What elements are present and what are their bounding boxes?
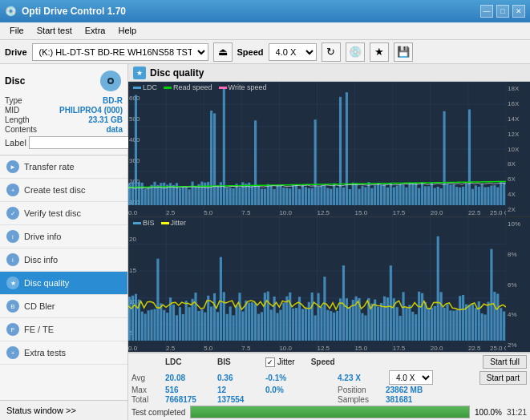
mid-label: MID <box>5 106 19 115</box>
sidebar-item-extra-tests[interactable]: + Extra tests <box>0 341 127 365</box>
star-button[interactable]: ★ <box>370 42 389 62</box>
total-ldc: 7668175 <box>165 395 209 404</box>
menu-extra[interactable]: Extra <box>79 24 112 38</box>
start-part-button[interactable]: Start part <box>479 371 527 385</box>
sidebar-label-verify-test-disc: Verify test disc <box>24 208 81 218</box>
drive-info-icon: i <box>6 230 19 243</box>
total-label: Total <box>131 395 157 404</box>
position-value: 23862 MB <box>386 386 434 394</box>
disc-quality-header-icon: ★ <box>133 67 146 79</box>
disc-quality-header: ★ Disc quality <box>128 64 530 82</box>
type-label: Type <box>5 96 22 105</box>
speed-value: 4.23 X <box>338 374 378 382</box>
menu-bar: File Start test Extra Help <box>0 22 530 40</box>
jitter-checkbox-group[interactable]: ✓ Jitter <box>265 357 295 367</box>
sidebar: Disc Type BD-R MID PHILIPRO4 (000) Leng <box>0 64 128 420</box>
title-bar-controls: — □ ✕ <box>480 5 525 18</box>
disc-quality-title: Disc quality <box>150 67 204 79</box>
menu-file[interactable]: File <box>3 24 30 38</box>
type-value: BD-R <box>103 96 123 105</box>
status-text: Test completed <box>131 408 185 417</box>
avg-bis: 0.36 <box>217 374 257 382</box>
drive-select[interactable]: (K:) HL-DT-ST BD-RE WH16NS58 TST4 <box>32 43 208 61</box>
menu-help[interactable]: Help <box>111 24 143 38</box>
disc-panel: Disc Type BD-R MID PHILIPRO4 (000) Leng <box>0 64 127 155</box>
start-full-button[interactable]: Start full <box>483 355 527 369</box>
main-content: Disc Type BD-R MID PHILIPRO4 (000) Leng <box>0 64 530 420</box>
sidebar-label-fe-te: FE / TE <box>24 325 54 334</box>
max-jitter: 0.0% <box>265 386 330 394</box>
status-window-button[interactable]: Status window >> <box>0 400 127 420</box>
create-test-disc-icon: + <box>6 184 19 196</box>
progress-percent: 100.0% <box>475 408 502 417</box>
legend-bis: BIS <box>133 219 155 227</box>
chart2-canvas <box>128 217 506 352</box>
disc-button[interactable]: 💿 <box>346 42 365 62</box>
max-ldc: 516 <box>165 386 209 394</box>
status-window-label: Status window >> <box>6 406 76 415</box>
progress-time: 31:21 <box>507 408 527 417</box>
sidebar-item-create-test-disc[interactable]: + Create test disc <box>0 179 127 202</box>
legend-jitter: Jitter <box>161 219 187 227</box>
sidebar-label-disc-quality: Disc quality <box>24 278 69 288</box>
sidebar-label-create-test-disc: Create test disc <box>24 185 85 195</box>
speed-select[interactable]: 4.0 X <box>269 43 317 61</box>
chart2-y-axis: 10%8%6%4%2% <box>506 217 530 352</box>
chart2-legend: BIS Jitter <box>133 219 186 227</box>
maximize-button[interactable]: □ <box>496 5 509 18</box>
sidebar-item-verify-test-disc[interactable]: ✓ Verify test disc <box>0 202 127 225</box>
progress-bar-container <box>190 406 470 418</box>
samples-value: 381681 <box>386 395 434 404</box>
fe-te-icon: F <box>6 323 19 336</box>
chart1-y-axis: 18X16X14X12X10X8X6X4X2X <box>506 82 530 216</box>
app-title: Opti Drive Control 1.70 <box>22 6 126 17</box>
sidebar-item-transfer-rate[interactable]: ► Transfer rate <box>0 155 127 179</box>
sidebar-label-drive-info: Drive info <box>24 232 61 241</box>
sidebar-item-fe-te[interactable]: F FE / TE <box>0 318 127 341</box>
col-bis: BIS <box>217 357 257 366</box>
sidebar-item-drive-info[interactable]: i Drive info <box>0 225 127 248</box>
charts-area: LDC Read speed Write speed 18X16X14X12X1… <box>128 82 530 352</box>
save-button[interactable]: 💾 <box>394 42 413 62</box>
close-button[interactable]: ✕ <box>512 5 525 18</box>
eject-button[interactable]: ⏏ <box>213 42 233 62</box>
legend-write-speed: Write speed <box>219 83 267 91</box>
length-label: Length <box>5 115 30 124</box>
max-bis: 12 <box>217 386 257 394</box>
cd-bler-icon: B <box>6 300 19 313</box>
sidebar-label-transfer-rate: Transfer rate <box>24 162 75 172</box>
legend-read-speed: Read speed <box>164 83 212 91</box>
sidebar-item-disc-info[interactable]: i Disc info <box>0 248 127 272</box>
label-input[interactable] <box>29 136 136 149</box>
avg-label: Avg <box>131 374 157 382</box>
disc-quality-icon: ★ <box>6 277 19 289</box>
sidebar-item-disc-quality[interactable]: ★ Disc quality <box>0 272 127 295</box>
refresh-button[interactable]: ↻ <box>322 42 341 62</box>
chart1-legend: LDC Read speed Write speed <box>133 83 266 91</box>
minimize-button[interactable]: — <box>480 5 493 18</box>
bottom-stats-area: LDC BIS ✓ Jitter Speed Start full Avg 20… <box>128 352 530 420</box>
disc-panel-title: Disc <box>5 75 25 87</box>
speed-label: Speed <box>237 47 264 57</box>
drive-label: Drive <box>5 47 27 57</box>
speed-select-stats[interactable]: 4.0 X <box>389 370 433 385</box>
mid-value: PHILIPRO4 (000) <box>59 106 123 115</box>
verify-test-disc-icon: ✓ <box>6 207 19 220</box>
samples-label: Samples <box>338 395 378 404</box>
contents-value: data <box>106 125 123 134</box>
disc-info-icon: i <box>6 253 19 266</box>
jitter-label: Jitter <box>277 357 295 366</box>
jitter-checkbox[interactable]: ✓ <box>265 357 275 367</box>
start-part-buttons: Start part <box>479 371 527 385</box>
title-bar-left: 💿 Opti Drive Control 1.70 <box>5 6 126 17</box>
right-panel: ★ Disc quality LDC Read speed <box>128 64 530 420</box>
sidebar-item-cd-bler[interactable]: B CD Bler <box>0 295 127 318</box>
sidebar-nav: ► Transfer rate + Create test disc ✓ Ver… <box>0 155 127 400</box>
label-label: Label <box>5 138 26 147</box>
progress-bar-fill <box>191 406 469 418</box>
disc-icon <box>99 69 123 93</box>
col-ldc: LDC <box>165 357 209 366</box>
sidebar-label-disc-info: Disc info <box>24 255 58 265</box>
sidebar-label-extra-tests: Extra tests <box>24 348 66 357</box>
menu-start-test[interactable]: Start test <box>30 24 79 38</box>
